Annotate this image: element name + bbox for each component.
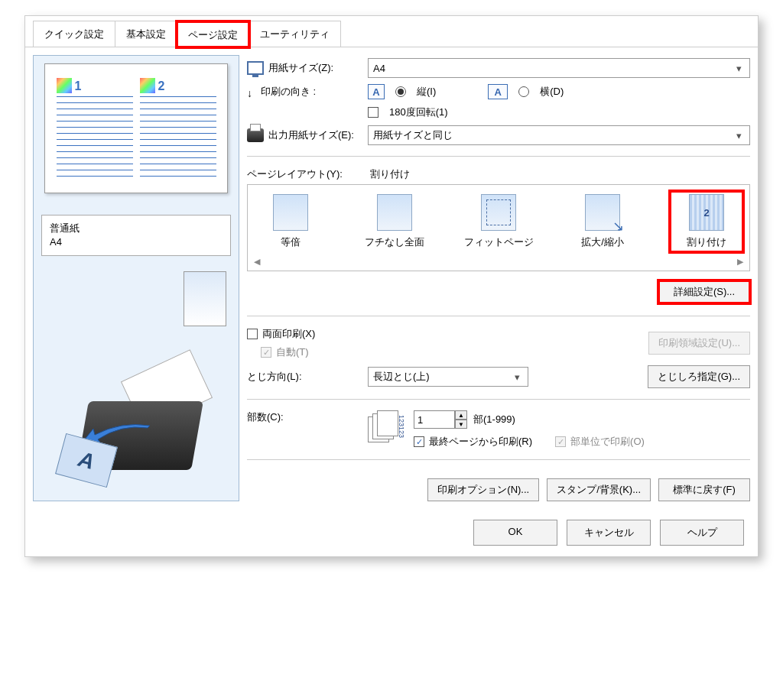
layout-option-label: 拡大/縮小 (581, 235, 624, 249)
stamp-background-button[interactable]: スタンプ/背景(K)... (547, 478, 651, 501)
paper-type-label: 普通紙 (50, 222, 223, 235)
separator (247, 399, 750, 400)
preview-page-2: 2 (140, 75, 216, 182)
copies-label: 部数(C): (247, 410, 284, 424)
orientation-portrait-radio[interactable] (395, 86, 406, 97)
layout-option-scaled[interactable]: 拡大/縮小 (566, 191, 639, 252)
spinner-down-button[interactable]: ▼ (455, 420, 467, 429)
rainbow-icon (140, 78, 155, 93)
tab-utility[interactable]: ユーティリティ (249, 21, 341, 47)
printer-icon (247, 128, 264, 142)
page-layout-value: 割り付け (370, 167, 410, 181)
paper-size-select[interactable]: A4 ▾ (368, 58, 750, 78)
scroll-left-icon[interactable]: ◀ (254, 257, 260, 267)
orientation-landscape-label: 横(D) (540, 85, 564, 99)
preview-panel: 1 2 普通紙 A4 (33, 55, 239, 501)
nup-number: 2 (703, 207, 709, 219)
copies-input[interactable] (414, 410, 455, 429)
layout-option-label: フィットページ (464, 235, 534, 249)
reverse-order-checkbox[interactable]: ✓ (414, 436, 424, 447)
chevron-down-icon: ▾ (511, 371, 523, 383)
output-paper-size-value: 用紙サイズと同じ (373, 128, 453, 142)
layout-option-fit-to-page[interactable]: フィットページ (462, 191, 535, 252)
copies-spinner[interactable]: ▲ ▼ (414, 410, 467, 429)
binding-direction-select[interactable]: 長辺とじ(上) ▾ (368, 367, 528, 387)
layout-option-normal[interactable]: 等倍 (254, 191, 327, 252)
tab-basic-settings[interactable]: 基本設定 (115, 21, 177, 47)
orientation-label: 印刷の向き : (261, 85, 316, 99)
portrait-icon: A (368, 84, 385, 99)
borderless-icon (377, 194, 412, 231)
output-preview-thumb (184, 271, 226, 326)
page-number: 1 (75, 79, 82, 93)
text-lines-icon (140, 96, 216, 182)
rainbow-icon (57, 78, 72, 93)
nup-icon: 2 (689, 194, 724, 231)
layout-option-label: 割り付け (687, 235, 726, 249)
text-lines-icon (57, 96, 133, 182)
chevron-down-icon: ▾ (733, 63, 745, 74)
copies-icon: 123123 (368, 410, 400, 442)
page-layout-chooser: 等倍 フチなし全面 フィットページ 拡大/縮小 (247, 184, 750, 271)
detail-settings-button[interactable]: 詳細設定(S)... (658, 280, 750, 303)
tab-page-setup[interactable]: ページ設定 (177, 21, 249, 47)
scroll-right-icon[interactable]: ▶ (737, 257, 743, 267)
layout-option-nup[interactable]: 2 割り付け (670, 191, 743, 252)
spinner-up-button[interactable]: ▲ (455, 410, 467, 420)
paper-size-value: A4 (373, 63, 385, 74)
print-area-button: 印刷領域設定(U)... (648, 332, 750, 355)
binding-margin-button[interactable]: とじしろ指定(G)... (648, 365, 750, 388)
chevron-down-icon: ▾ (733, 130, 745, 141)
layout-preview: 1 2 (44, 63, 228, 193)
output-paper-size-select[interactable]: 用紙サイズと同じ ▾ (368, 125, 750, 145)
monitor-icon (247, 61, 264, 75)
orientation-landscape-radio[interactable] (518, 86, 529, 97)
tab-quick-setup[interactable]: クイック設定 (33, 21, 115, 47)
layout-option-label: 等倍 (281, 235, 301, 249)
paper-size-label: 用紙サイズ(Z): (268, 61, 333, 75)
down-arrow-icon (247, 87, 256, 96)
dialog-button-bar: OK キャンセル ヘルプ (25, 509, 758, 556)
preview-page-1: 1 (57, 75, 133, 182)
paper-size-label: A4 (50, 235, 223, 249)
rotate-180-label: 180度回転(1) (389, 105, 448, 119)
help-button[interactable]: ヘルプ (660, 520, 744, 546)
binding-direction-value: 長辺とじ(上) (373, 370, 430, 384)
printer-settings-dialog: クイック設定 基本設定 ページ設定 ユーティリティ 1 2 (24, 15, 759, 557)
layout-option-label: フチなし全面 (365, 235, 424, 249)
collate-checkbox: ✓ (555, 436, 566, 447)
restore-defaults-button[interactable]: 標準に戻す(F) (658, 478, 750, 501)
paper-info-box: 普通紙 A4 (41, 215, 231, 256)
output-paper-size-label: 出力用紙サイズ(E): (268, 128, 354, 142)
collate-label: 部単位で印刷(O) (570, 435, 645, 449)
fit-page-icon (481, 194, 516, 231)
copies-range-label: 部(1-999) (473, 413, 515, 426)
normal-size-icon (273, 194, 308, 231)
printer-illustration: A (52, 348, 220, 493)
binding-direction-label: とじ方向(L): (247, 370, 302, 384)
page-number: 2 (158, 79, 165, 93)
settings-panel: 用紙サイズ(Z): A4 ▾ 印刷の向き : A 縦(I) A (247, 55, 750, 501)
ok-button[interactable]: OK (473, 520, 557, 546)
reverse-order-label: 最終ページから印刷(R) (429, 435, 532, 449)
separator (247, 459, 750, 460)
duplex-label: 両面印刷(X) (262, 327, 315, 341)
auto-duplex-label: 自動(T) (276, 345, 309, 359)
page-layout-label: ページレイアウト(Y): (247, 167, 343, 181)
tab-bar: クイック設定 基本設定 ページ設定 ユーティリティ (25, 16, 758, 47)
layout-option-borderless[interactable]: フチなし全面 (358, 191, 431, 252)
rotate-180-checkbox[interactable] (368, 107, 379, 118)
separator (247, 156, 750, 157)
cancel-button[interactable]: キャンセル (567, 520, 651, 546)
orientation-portrait-label: 縦(I) (417, 85, 436, 99)
auto-duplex-checkbox: ✓ (261, 347, 271, 358)
landscape-icon: A (488, 84, 508, 99)
separator (247, 316, 750, 316)
print-options-button[interactable]: 印刷オプション(N)... (427, 478, 539, 501)
copies-icon-numbers: 123123 (398, 415, 404, 438)
scale-icon (585, 194, 620, 231)
duplex-checkbox[interactable] (247, 329, 258, 339)
